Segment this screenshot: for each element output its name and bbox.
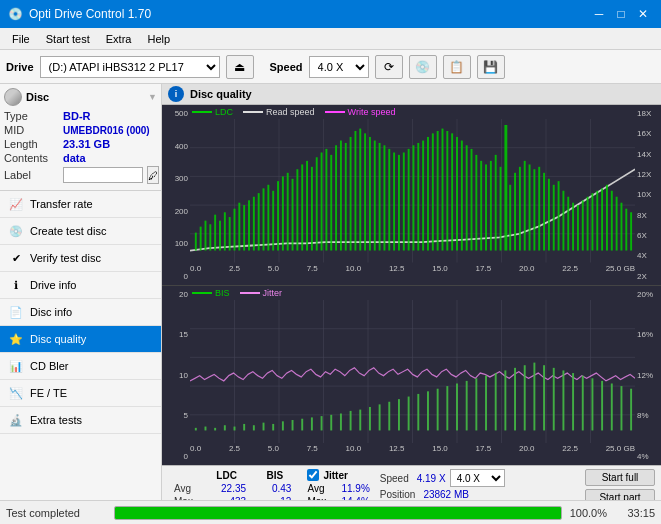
svg-rect-118 [205,426,207,430]
save-button[interactable]: 💾 [477,55,505,79]
drive-select[interactable]: (D:) ATAPI iHBS312 2 PL17 [40,56,220,78]
svg-rect-100 [616,197,618,251]
y2r-16pct: 16% [635,330,661,339]
y1-label-0: 0 [162,272,190,281]
svg-rect-26 [258,193,260,250]
svg-rect-43 [340,141,342,251]
minimize-button[interactable]: ─ [589,5,609,23]
svg-rect-29 [272,191,274,251]
sidebar-item-fe-te[interactable]: 📉 FE / TE [0,380,161,407]
disc-button[interactable]: 💿 [409,55,437,79]
y1r-10x: 10X [635,190,661,199]
svg-rect-68 [461,141,463,251]
svg-rect-137 [388,401,390,430]
y1r-12x: 12X [635,170,661,179]
jitter-checkbox[interactable] [307,469,319,481]
svg-rect-83 [533,169,535,250]
svg-rect-46 [354,131,356,251]
drive-info-icon: ℹ [8,277,24,293]
read-speed-color-swatch [243,111,263,113]
y1-label-500: 500 [162,109,190,118]
svg-rect-130 [321,416,323,430]
menu-start-test[interactable]: Start test [38,31,98,47]
sidebar-item-disc-quality[interactable]: ⭐ Disc quality [0,326,161,353]
y1-label-200: 200 [162,207,190,216]
disc-label-button[interactable]: 🖊 [147,166,159,184]
transfer-rate-icon: 📈 [8,196,24,212]
y2-10: 10 [162,371,190,380]
avg-bis: 0.43 [252,482,297,495]
position-row: Position 23862 MB [380,489,505,500]
svg-rect-127 [292,420,294,430]
disc-info-section: Disc ▼ Type BD-R MID UMEBDR016 (000) Len… [0,84,161,191]
svg-rect-67 [456,137,458,251]
speed-select[interactable]: 4.0 X [309,56,369,78]
speed-select-stats[interactable]: 4.0 X [450,469,505,487]
svg-rect-21 [234,209,236,251]
menu-file[interactable]: File [4,31,38,47]
legend-jitter: Jitter [240,288,283,298]
x-label-22-5: 22.5 [562,264,578,273]
svg-rect-123 [253,425,255,430]
svg-rect-32 [287,173,289,251]
x-label-10: 10.0 [346,264,362,273]
disc-contents-value: data [63,152,86,164]
svg-rect-52 [383,145,385,250]
sidebar-label-disc-info: Disc info [30,306,72,318]
svg-rect-147 [485,375,487,430]
x2-label-15: 15.0 [432,444,448,453]
disc-label-row: Label 🖊 [4,166,157,184]
chart2-container: BIS Jitter 20 15 10 5 0 [162,286,661,466]
sidebar-item-create-test-disc[interactable]: 💿 Create test disc [0,218,161,245]
svg-rect-117 [195,427,197,430]
svg-rect-35 [301,164,303,250]
main-area: Disc ▼ Type BD-R MID UMEBDR016 (000) Len… [0,84,661,524]
svg-rect-55 [398,155,400,251]
svg-rect-134 [359,409,361,430]
svg-rect-160 [611,383,613,430]
sidebar-item-cd-bler[interactable]: 📊 CD Bler [0,353,161,380]
y2r-4pct: 4% [635,452,661,461]
sidebar-item-extra-tests[interactable]: 🔬 Extra tests [0,407,161,434]
sidebar-item-disc-info[interactable]: 📄 Disc info [0,299,161,326]
drive-label: Drive [6,61,34,73]
svg-rect-119 [214,427,216,430]
svg-rect-103 [630,212,632,250]
sidebar-item-transfer-rate[interactable]: 📈 Transfer rate [0,191,161,218]
close-button[interactable]: ✕ [633,5,653,23]
sidebar-label-extra-tests: Extra tests [30,414,82,426]
ldc-color-swatch [192,111,212,113]
refresh-button[interactable]: ⟳ [375,55,403,79]
disc-label-input[interactable] [63,167,143,183]
legend-read-speed: Read speed [243,107,315,117]
svg-rect-159 [601,380,603,430]
svg-rect-80 [519,167,521,251]
menu-extra[interactable]: Extra [98,31,140,47]
jitter-avg-value: 11.9% [341,483,369,494]
svg-rect-140 [417,393,419,430]
svg-rect-145 [466,380,468,430]
eject-button[interactable]: ⏏ [226,55,254,79]
menu-help[interactable]: Help [139,31,178,47]
svg-rect-71 [475,155,477,251]
x2-label-25: 25.0 GB [606,444,635,453]
x2-label-17-5: 17.5 [476,444,492,453]
sidebar-item-verify-test-disc[interactable]: ✔ Verify test disc [0,245,161,272]
svg-rect-153 [543,365,545,430]
disc-info-icon: 📄 [8,304,24,320]
svg-rect-124 [263,422,265,430]
start-full-button[interactable]: Start full [585,469,655,486]
svg-rect-97 [601,188,603,250]
read-speed-label: Read speed [266,107,315,117]
svg-rect-16 [209,224,211,250]
svg-rect-63 [437,131,439,251]
svg-rect-20 [229,217,231,250]
svg-rect-31 [282,176,284,250]
x-label-15: 15.0 [432,264,448,273]
x-label-5: 5.0 [268,264,279,273]
legend-bis: BIS [192,288,230,298]
svg-rect-162 [630,388,632,430]
list-button[interactable]: 📋 [443,55,471,79]
maximize-button[interactable]: □ [611,5,631,23]
sidebar-item-drive-info[interactable]: ℹ Drive info [0,272,161,299]
